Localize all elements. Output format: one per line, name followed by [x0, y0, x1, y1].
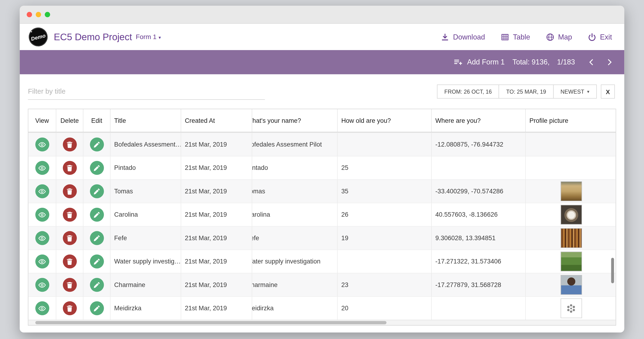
project-logo: Demo	[27, 25, 50, 48]
column-header-view: View	[28, 109, 56, 132]
column-header-profile-picture: Profile picture	[525, 109, 616, 132]
profile-photo[interactable]	[560, 252, 582, 272]
cell-age: 20	[337, 297, 432, 320]
edit-button[interactable]	[90, 301, 104, 315]
table-row: Bofedales Assesment… 21st Mar, 2019 Bofe…	[28, 133, 616, 156]
sort-order-button[interactable]: NEWEST ▾	[553, 84, 597, 98]
photo-placeholder-icon	[566, 303, 577, 314]
cell-title: Fefe	[110, 227, 181, 250]
cell-profile-picture	[525, 227, 616, 250]
horizontal-scrollbar-thumb[interactable]	[35, 321, 386, 325]
next-page-button[interactable]	[605, 58, 614, 67]
close-window-button[interactable]	[26, 12, 32, 17]
sort-order-label: NEWEST	[560, 88, 584, 95]
pencil-icon	[93, 141, 100, 148]
delete-button[interactable]	[62, 184, 76, 198]
cell-title: Meidirzka	[110, 297, 181, 320]
table-row: Charmaine 21st Mar, 2019 Charmaine 23 -1…	[28, 273, 616, 296]
edit-button[interactable]	[90, 138, 104, 151]
delete-button[interactable]	[62, 255, 76, 268]
column-header-delete: Delete	[56, 109, 83, 132]
view-button[interactable]	[35, 301, 49, 315]
cell-name: Water supply investigation	[252, 250, 337, 273]
download-button[interactable]: Download	[441, 33, 485, 41]
edit-button[interactable]	[90, 208, 104, 222]
cell-where: 40.557603, -8.136626	[431, 203, 525, 226]
form-selector[interactable]: Form 1 ▾	[136, 33, 161, 40]
delete-button[interactable]	[62, 278, 76, 292]
exit-button[interactable]: Exit	[588, 33, 612, 41]
delete-button[interactable]	[62, 301, 76, 315]
table-body: Bofedales Assesment… 21st Mar, 2019 Bofe…	[28, 133, 616, 320]
view-button[interactable]	[35, 255, 49, 268]
pencil-icon	[93, 164, 100, 172]
trash-icon	[66, 258, 74, 265]
form-selector-label: Form 1	[136, 33, 156, 40]
entries-table: View Delete Edit Title Created At What's…	[28, 109, 616, 325]
profile-photo[interactable]	[560, 275, 582, 295]
table-view-button[interactable]: Table	[501, 33, 530, 41]
add-entry-button[interactable]: Add Form 1	[454, 58, 505, 67]
table-label: Table	[513, 33, 530, 41]
delete-button[interactable]	[62, 161, 76, 175]
profile-photo[interactable]	[560, 228, 582, 248]
view-button[interactable]	[35, 278, 49, 292]
map-label: Map	[558, 33, 572, 41]
eye-icon	[38, 258, 46, 265]
table-row: Fefe 21st Mar, 2019 Fefe 19 9.306028, 13…	[28, 226, 616, 249]
table-row: Meidirzka 21st Mar, 2019 Meidirzka 20	[28, 297, 616, 320]
column-header-edit: Edit	[83, 109, 110, 132]
prev-page-button[interactable]	[587, 58, 596, 67]
filter-buttons: FROM: 26 OCT, 16 TO: 25 MAR, 19 NEWEST ▾…	[437, 84, 615, 98]
vertical-scrollbar-thumb[interactable]	[611, 258, 614, 283]
map-view-button[interactable]: Map	[546, 33, 572, 41]
pencil-icon	[93, 281, 100, 289]
cell-name: Meidirzka	[252, 297, 337, 320]
edit-button[interactable]	[90, 161, 104, 175]
trash-icon	[66, 188, 74, 195]
cell-title: Bofedales Assesment…	[110, 133, 181, 156]
pencil-icon	[93, 234, 100, 242]
date-range-group: FROM: 26 OCT, 16 TO: 25 MAR, 19 NEWEST ▾	[437, 84, 597, 98]
project-logo-text: Demo	[30, 32, 46, 42]
cell-created-at: 21st Mar, 2019	[181, 273, 252, 297]
download-icon	[441, 33, 449, 41]
filter-row: FROM: 26 OCT, 16 TO: 25 MAR, 19 NEWEST ▾…	[28, 84, 615, 100]
cell-created-at: 21st Mar, 2019	[181, 133, 252, 156]
view-button[interactable]	[35, 138, 49, 151]
edit-button[interactable]	[90, 231, 104, 245]
eye-icon	[38, 281, 46, 289]
minimize-window-button[interactable]	[36, 12, 41, 17]
view-button[interactable]	[35, 184, 49, 198]
eye-icon	[38, 141, 46, 148]
column-header-where: Where are you?	[431, 109, 525, 132]
view-button[interactable]	[35, 231, 49, 245]
delete-button[interactable]	[62, 231, 76, 245]
view-button[interactable]	[35, 161, 49, 175]
profile-photo[interactable]	[560, 181, 582, 201]
cell-age: 19	[337, 227, 432, 250]
horizontal-scrollbar[interactable]	[28, 320, 616, 325]
cell-age	[337, 133, 432, 156]
chevron-right-icon	[605, 58, 614, 67]
table-row: Pintado 21st Mar, 2019 Pintado 25	[28, 156, 616, 179]
filter-by-title-input[interactable]	[28, 84, 265, 100]
edit-button[interactable]	[90, 184, 104, 198]
edit-button[interactable]	[90, 278, 104, 292]
cell-profile-picture	[525, 156, 616, 180]
clear-filters-button[interactable]: X	[601, 84, 615, 98]
cell-profile-picture	[525, 250, 616, 273]
date-to-button[interactable]: TO: 25 MAR, 19	[499, 84, 554, 98]
zoom-window-button[interactable]	[45, 12, 50, 17]
edit-button[interactable]	[90, 255, 104, 268]
delete-button[interactable]	[62, 138, 76, 151]
date-from-button[interactable]: FROM: 26 OCT, 16	[437, 84, 499, 98]
profile-photo[interactable]	[560, 205, 582, 225]
column-header-age: How old are you?	[337, 109, 432, 132]
caret-down-icon: ▾	[587, 89, 590, 94]
view-button[interactable]	[35, 208, 49, 222]
delete-button[interactable]	[62, 208, 76, 222]
cell-created-at: 21st Mar, 2019	[181, 250, 252, 273]
eye-icon	[38, 164, 46, 172]
download-label: Download	[453, 33, 485, 41]
